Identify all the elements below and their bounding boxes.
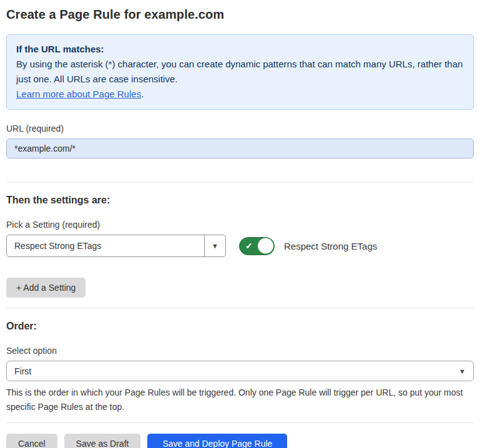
link-suffix: .	[141, 89, 144, 99]
footer-actions: Cancel Save as Draft Save and Deploy Pag…	[6, 434, 474, 448]
url-match-info-box: If the URL matches: By using the asteris…	[6, 34, 474, 110]
chevron-down-icon: ▼	[459, 368, 466, 375]
toggle-knob	[258, 238, 273, 254]
order-section-heading: Order:	[6, 321, 474, 332]
save-draft-button[interactable]: Save as Draft	[64, 434, 141, 448]
order-select-label: Select option	[6, 346, 474, 356]
add-setting-button[interactable]: + Add a Setting	[6, 278, 86, 298]
setting-select-value: Respect Strong ETags	[7, 235, 204, 256]
url-input[interactable]	[6, 139, 474, 158]
setting-row: Respect Strong ETags ▼ ✓ Respect Strong …	[6, 235, 474, 257]
info-box-link-line: Learn more about Page Rules.	[16, 87, 464, 102]
divider	[6, 308, 474, 308]
info-box-body: By using the asterisk (*) character, you…	[16, 57, 464, 87]
url-field-label: URL (required)	[6, 124, 474, 134]
order-select[interactable]: First ▼	[6, 361, 474, 381]
chevron-down-icon[interactable]: ▼	[204, 235, 225, 256]
divider	[6, 422, 474, 423]
cancel-button[interactable]: Cancel	[6, 434, 57, 448]
settings-section-heading: Then the settings are:	[6, 195, 474, 206]
check-icon: ✓	[245, 241, 253, 250]
respect-strong-etags-toggle[interactable]: ✓	[239, 237, 275, 255]
setting-select[interactable]: Respect Strong ETags ▼	[6, 235, 226, 257]
order-select-value: First	[14, 366, 31, 376]
toggle-label: Respect Strong ETags	[284, 241, 377, 251]
page-title: Create a Page Rule for example.com	[6, 7, 474, 22]
pick-setting-label: Pick a Setting (required)	[6, 220, 474, 230]
order-help-text: This is the order in which your Page Rul…	[6, 386, 471, 414]
learn-more-link[interactable]: Learn more about Page Rules	[16, 89, 141, 99]
page-rule-form: Create a Page Rule for example.com If th…	[0, 0, 480, 448]
info-box-heading: If the URL matches:	[16, 42, 464, 57]
divider	[6, 182, 474, 182]
save-deploy-button[interactable]: Save and Deploy Page Rule	[147, 434, 287, 448]
